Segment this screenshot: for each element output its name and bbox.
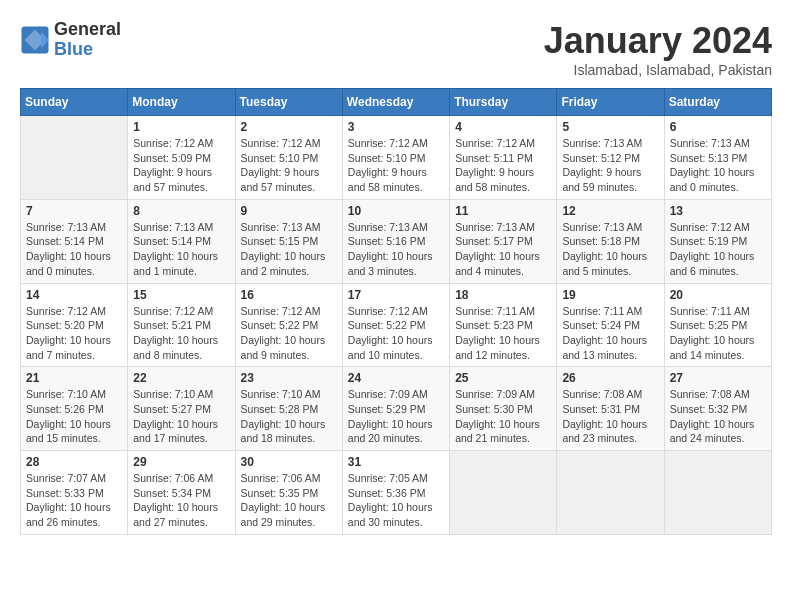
- day-info: Sunrise: 7:10 AM Sunset: 5:27 PM Dayligh…: [133, 387, 229, 446]
- calendar-cell: 18Sunrise: 7:11 AM Sunset: 5:23 PM Dayli…: [450, 283, 557, 367]
- day-info: Sunrise: 7:12 AM Sunset: 5:21 PM Dayligh…: [133, 304, 229, 363]
- calendar-cell: 27Sunrise: 7:08 AM Sunset: 5:32 PM Dayli…: [664, 367, 771, 451]
- day-info: Sunrise: 7:12 AM Sunset: 5:19 PM Dayligh…: [670, 220, 766, 279]
- day-info: Sunrise: 7:13 AM Sunset: 5:14 PM Dayligh…: [26, 220, 122, 279]
- day-number: 9: [241, 204, 337, 218]
- day-info: Sunrise: 7:08 AM Sunset: 5:32 PM Dayligh…: [670, 387, 766, 446]
- day-number: 2: [241, 120, 337, 134]
- week-row-1: 1Sunrise: 7:12 AM Sunset: 5:09 PM Daylig…: [21, 116, 772, 200]
- logo-general: General: [54, 20, 121, 40]
- calendar-cell: 19Sunrise: 7:11 AM Sunset: 5:24 PM Dayli…: [557, 283, 664, 367]
- weekday-header-saturday: Saturday: [664, 89, 771, 116]
- day-info: Sunrise: 7:13 AM Sunset: 5:17 PM Dayligh…: [455, 220, 551, 279]
- day-info: Sunrise: 7:12 AM Sunset: 5:10 PM Dayligh…: [348, 136, 444, 195]
- calendar-cell: [21, 116, 128, 200]
- day-number: 13: [670, 204, 766, 218]
- calendar-cell: [664, 451, 771, 535]
- week-row-3: 14Sunrise: 7:12 AM Sunset: 5:20 PM Dayli…: [21, 283, 772, 367]
- calendar-cell: 11Sunrise: 7:13 AM Sunset: 5:17 PM Dayli…: [450, 199, 557, 283]
- month-title: January 2024: [544, 20, 772, 62]
- day-number: 18: [455, 288, 551, 302]
- day-info: Sunrise: 7:12 AM Sunset: 5:09 PM Dayligh…: [133, 136, 229, 195]
- day-info: Sunrise: 7:10 AM Sunset: 5:28 PM Dayligh…: [241, 387, 337, 446]
- day-number: 6: [670, 120, 766, 134]
- day-number: 26: [562, 371, 658, 385]
- day-number: 30: [241, 455, 337, 469]
- day-info: Sunrise: 7:12 AM Sunset: 5:22 PM Dayligh…: [348, 304, 444, 363]
- calendar-cell: 17Sunrise: 7:12 AM Sunset: 5:22 PM Dayli…: [342, 283, 449, 367]
- calendar-cell: 3Sunrise: 7:12 AM Sunset: 5:10 PM Daylig…: [342, 116, 449, 200]
- calendar-cell: 2Sunrise: 7:12 AM Sunset: 5:10 PM Daylig…: [235, 116, 342, 200]
- day-number: 5: [562, 120, 658, 134]
- weekday-header-friday: Friday: [557, 89, 664, 116]
- day-number: 10: [348, 204, 444, 218]
- page-header: General Blue January 2024 Islamabad, Isl…: [20, 20, 772, 78]
- day-number: 23: [241, 371, 337, 385]
- day-number: 22: [133, 371, 229, 385]
- day-number: 14: [26, 288, 122, 302]
- day-number: 28: [26, 455, 122, 469]
- calendar-cell: [450, 451, 557, 535]
- calendar-cell: 5Sunrise: 7:13 AM Sunset: 5:12 PM Daylig…: [557, 116, 664, 200]
- logo: General Blue: [20, 20, 121, 60]
- calendar-cell: 12Sunrise: 7:13 AM Sunset: 5:18 PM Dayli…: [557, 199, 664, 283]
- day-info: Sunrise: 7:06 AM Sunset: 5:34 PM Dayligh…: [133, 471, 229, 530]
- weekday-header-tuesday: Tuesday: [235, 89, 342, 116]
- weekday-header-thursday: Thursday: [450, 89, 557, 116]
- calendar-cell: 15Sunrise: 7:12 AM Sunset: 5:21 PM Dayli…: [128, 283, 235, 367]
- day-info: Sunrise: 7:11 AM Sunset: 5:25 PM Dayligh…: [670, 304, 766, 363]
- title-area: January 2024 Islamabad, Islamabad, Pakis…: [544, 20, 772, 78]
- calendar-table: SundayMondayTuesdayWednesdayThursdayFrid…: [20, 88, 772, 535]
- day-number: 31: [348, 455, 444, 469]
- calendar-cell: 10Sunrise: 7:13 AM Sunset: 5:16 PM Dayli…: [342, 199, 449, 283]
- calendar-cell: 7Sunrise: 7:13 AM Sunset: 5:14 PM Daylig…: [21, 199, 128, 283]
- calendar-cell: 20Sunrise: 7:11 AM Sunset: 5:25 PM Dayli…: [664, 283, 771, 367]
- logo-blue: Blue: [54, 40, 121, 60]
- day-number: 4: [455, 120, 551, 134]
- day-number: 8: [133, 204, 229, 218]
- day-number: 12: [562, 204, 658, 218]
- day-info: Sunrise: 7:08 AM Sunset: 5:31 PM Dayligh…: [562, 387, 658, 446]
- day-info: Sunrise: 7:13 AM Sunset: 5:16 PM Dayligh…: [348, 220, 444, 279]
- calendar-cell: 6Sunrise: 7:13 AM Sunset: 5:13 PM Daylig…: [664, 116, 771, 200]
- day-info: Sunrise: 7:13 AM Sunset: 5:13 PM Dayligh…: [670, 136, 766, 195]
- day-number: 17: [348, 288, 444, 302]
- day-info: Sunrise: 7:12 AM Sunset: 5:11 PM Dayligh…: [455, 136, 551, 195]
- day-number: 3: [348, 120, 444, 134]
- logo-icon: [20, 25, 50, 55]
- day-info: Sunrise: 7:11 AM Sunset: 5:23 PM Dayligh…: [455, 304, 551, 363]
- week-row-2: 7Sunrise: 7:13 AM Sunset: 5:14 PM Daylig…: [21, 199, 772, 283]
- weekday-header-row: SundayMondayTuesdayWednesdayThursdayFrid…: [21, 89, 772, 116]
- calendar-cell: 13Sunrise: 7:12 AM Sunset: 5:19 PM Dayli…: [664, 199, 771, 283]
- calendar-cell: 21Sunrise: 7:10 AM Sunset: 5:26 PM Dayli…: [21, 367, 128, 451]
- calendar-cell: 31Sunrise: 7:05 AM Sunset: 5:36 PM Dayli…: [342, 451, 449, 535]
- calendar-cell: 29Sunrise: 7:06 AM Sunset: 5:34 PM Dayli…: [128, 451, 235, 535]
- location: Islamabad, Islamabad, Pakistan: [544, 62, 772, 78]
- calendar-cell: [557, 451, 664, 535]
- day-number: 27: [670, 371, 766, 385]
- day-info: Sunrise: 7:07 AM Sunset: 5:33 PM Dayligh…: [26, 471, 122, 530]
- day-number: 24: [348, 371, 444, 385]
- calendar-cell: 24Sunrise: 7:09 AM Sunset: 5:29 PM Dayli…: [342, 367, 449, 451]
- calendar-cell: 25Sunrise: 7:09 AM Sunset: 5:30 PM Dayli…: [450, 367, 557, 451]
- calendar-cell: 16Sunrise: 7:12 AM Sunset: 5:22 PM Dayli…: [235, 283, 342, 367]
- day-info: Sunrise: 7:12 AM Sunset: 5:22 PM Dayligh…: [241, 304, 337, 363]
- day-info: Sunrise: 7:13 AM Sunset: 5:18 PM Dayligh…: [562, 220, 658, 279]
- weekday-header-wednesday: Wednesday: [342, 89, 449, 116]
- day-number: 15: [133, 288, 229, 302]
- calendar-cell: 8Sunrise: 7:13 AM Sunset: 5:14 PM Daylig…: [128, 199, 235, 283]
- day-info: Sunrise: 7:13 AM Sunset: 5:12 PM Dayligh…: [562, 136, 658, 195]
- day-number: 21: [26, 371, 122, 385]
- weekday-header-monday: Monday: [128, 89, 235, 116]
- week-row-4: 21Sunrise: 7:10 AM Sunset: 5:26 PM Dayli…: [21, 367, 772, 451]
- day-number: 19: [562, 288, 658, 302]
- day-info: Sunrise: 7:12 AM Sunset: 5:10 PM Dayligh…: [241, 136, 337, 195]
- day-info: Sunrise: 7:05 AM Sunset: 5:36 PM Dayligh…: [348, 471, 444, 530]
- day-info: Sunrise: 7:11 AM Sunset: 5:24 PM Dayligh…: [562, 304, 658, 363]
- calendar-cell: 23Sunrise: 7:10 AM Sunset: 5:28 PM Dayli…: [235, 367, 342, 451]
- day-info: Sunrise: 7:13 AM Sunset: 5:14 PM Dayligh…: [133, 220, 229, 279]
- day-info: Sunrise: 7:13 AM Sunset: 5:15 PM Dayligh…: [241, 220, 337, 279]
- day-number: 25: [455, 371, 551, 385]
- day-number: 20: [670, 288, 766, 302]
- day-number: 16: [241, 288, 337, 302]
